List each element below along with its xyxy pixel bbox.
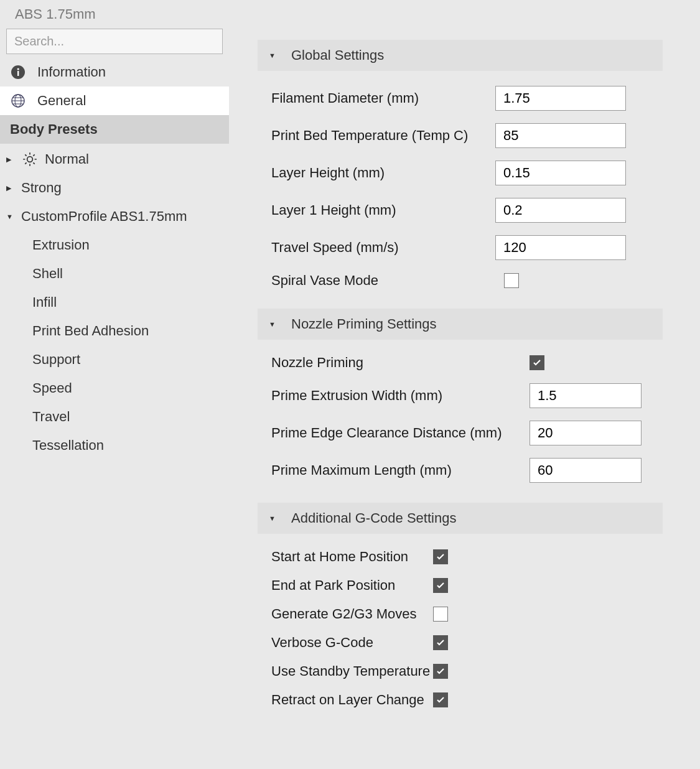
checkbox-verbose[interactable] [433,635,448,650]
label-prime-extrusion-width: Prime Extrusion Width (mm) [271,388,530,404]
preset-label: CustomProfile ABS1.75mm [21,208,187,225]
preset-label: Normal [45,151,89,167]
checkbox-g2g3[interactable] [433,607,448,622]
preset-label: Strong [21,180,62,196]
group-title: Additional G-Code Settings [291,510,456,526]
group-nozzle: ▼ Nozzle Priming Settings Nozzle Priming… [258,309,663,489]
presets-tree: ▶ Normal ▶ Strong ▼ CustomProfile ABS1.7… [0,144,229,460]
checkbox-end-park[interactable] [433,578,448,593]
group-header-nozzle[interactable]: ▼ Nozzle Priming Settings [258,309,663,340]
label-layer-height: Layer Height (mm) [271,165,495,181]
checkbox-start-home[interactable] [433,549,448,564]
preset-normal[interactable]: ▶ Normal [0,145,229,174]
input-layer1-height[interactable] [495,198,626,223]
label-retract-layer: Retract on Layer Change [271,692,433,708]
info-icon [10,64,26,80]
triangle-right-icon: ▶ [6,184,15,192]
label-prime-max-length: Prime Maximum Length (mm) [271,462,530,478]
preset-child-speed[interactable]: Speed [0,374,229,403]
label-travel-speed: Travel Speed (mm/s) [271,240,495,256]
preset-child-shell[interactable]: Shell [0,259,229,288]
input-prime-edge-clearance[interactable] [530,421,642,445]
preset-child-travel[interactable]: Travel [0,403,229,431]
label-prime-edge-clearance: Prime Edge Clearance Distance (mm) [271,425,530,441]
group-gcode: ▼ Additional G-Code Settings Start at Ho… [258,503,663,714]
preset-child-extrusion[interactable]: Extrusion [0,231,229,259]
body-presets-header: Body Presets [0,115,229,144]
label-filament-diameter: Filament Diameter (mm) [271,90,495,106]
triangle-down-icon: ▼ [6,213,15,220]
label-g2g3: Generate G2/G3 Moves [271,606,433,622]
checkbox-standby-temp[interactable] [433,664,448,679]
label-end-park: End at Park Position [271,577,433,594]
label-verbose: Verbose G-Code [271,635,433,651]
input-prime-extrusion-width[interactable] [530,383,642,408]
label-start-home: Start at Home Position [271,549,433,565]
group-global: ▼ Global Settings Filament Diameter (mm)… [258,40,663,295]
group-title: Global Settings [291,47,384,63]
svg-rect-1 [17,71,19,76]
preset-child-tessellation[interactable]: Tessellation [0,431,229,460]
checkbox-nozzle-priming[interactable] [530,355,544,370]
triangle-down-icon: ▼ [269,52,278,59]
search-input[interactable] [6,29,223,54]
triangle-right-icon: ▶ [6,156,15,164]
label-layer1-height: Layer 1 Height (mm) [271,202,495,218]
main-panel: ▼ Global Settings Filament Diameter (mm)… [229,25,700,769]
sidebar-item-information[interactable]: Information [0,58,229,86]
input-travel-speed[interactable] [495,235,626,260]
svg-point-2 [17,68,19,70]
sidebar-item-general[interactable]: General [0,86,229,115]
triangle-down-icon: ▼ [269,515,278,522]
input-layer-height[interactable] [495,161,626,185]
preset-strong[interactable]: ▶ Strong [0,174,229,202]
triangle-down-icon: ▼ [269,320,278,328]
gear-icon [21,151,39,167]
preset-child-support[interactable]: Support [0,345,229,374]
label-spiral-vase: Spiral Vase Mode [271,273,495,289]
group-title: Nozzle Priming Settings [291,316,437,332]
label-bed-temp: Print Bed Temperature (Temp C) [271,128,495,144]
checkbox-retract-layer[interactable] [433,692,448,707]
group-header-gcode[interactable]: ▼ Additional G-Code Settings [258,503,663,534]
checkbox-spiral-vase[interactable] [504,273,519,288]
preset-custom[interactable]: ▼ CustomProfile ABS1.75mm [0,202,229,231]
sidebar: Information General Body Presets ▶ Norma… [0,25,229,769]
sidebar-item-label: Information [37,64,106,80]
globe-icon [10,93,26,109]
panel-title: ABS 1.75mm [0,0,700,25]
sidebar-item-label: General [37,93,86,109]
preset-child-adhesion[interactable]: Print Bed Adhesion [0,317,229,345]
input-prime-max-length[interactable] [530,458,642,483]
input-bed-temp[interactable] [495,123,626,148]
input-filament-diameter[interactable] [495,86,626,111]
label-nozzle-priming: Nozzle Priming [271,355,530,371]
group-header-global[interactable]: ▼ Global Settings [258,40,663,71]
preset-child-infill[interactable]: Infill [0,288,229,317]
label-standby-temp: Use Standby Temperature [271,663,433,679]
